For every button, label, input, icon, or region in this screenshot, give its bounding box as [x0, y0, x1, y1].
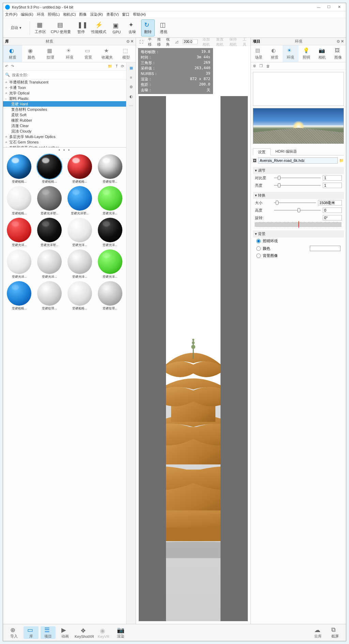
forward-icon[interactable]: ↷ [11, 64, 14, 68]
bottom-xr[interactable]: ❖KeyShotXR [75, 627, 94, 639]
grid-view-icon[interactable]: ▦ [128, 64, 135, 71]
proj-tab[interactable]: ◐材质 [267, 45, 283, 62]
material-swatch[interactable]: 坚硬光泽塑... [35, 218, 64, 247]
subtab-hdri[interactable]: HDRI 编辑器 [271, 148, 302, 155]
lib-tab[interactable]: ▭背景 [79, 45, 98, 62]
material-swatch[interactable]: 坚硬粗糙... [5, 154, 33, 184]
menu-item[interactable]: 查看(V) [106, 12, 119, 17]
material-swatch[interactable]: 坚硬光泽... [96, 218, 124, 247]
tree-item[interactable]: 橡胶 Rubber [3, 118, 126, 123]
material-swatch[interactable]: 坚硬光泽... [96, 186, 124, 216]
bottom-lib[interactable]: ▭库 [24, 626, 39, 639]
ribbon-flip[interactable]: ↻翻转 [141, 19, 155, 36]
bottom-anim[interactable]: ▶动画 [58, 626, 73, 639]
size-slider[interactable] [274, 200, 316, 205]
hdri-file-input[interactable] [258, 157, 338, 164]
material-swatch[interactable]: 坚硬光泽... [5, 218, 33, 247]
tree-item[interactable]: +多层光学 Multi-Layer Optics [3, 134, 126, 139]
tree-item[interactable]: +半透明材质 Translucent [3, 79, 126, 85]
bottom-proj[interactable]: ☰项目 [41, 626, 56, 639]
tree-item[interactable]: +布料和皮革 Cloth and Leather [3, 145, 126, 148]
menu-item[interactable]: 文件(F) [5, 12, 17, 17]
proj-tab[interactable]: ▤场景 [251, 45, 267, 62]
material-swatch[interactable]: 坚硬粗糙... [35, 154, 64, 184]
minimize-button[interactable]: — [314, 4, 323, 10]
lib-tab[interactable]: ☀环境 [60, 45, 79, 62]
material-swatch[interactable]: 坚硬光泽... [35, 249, 64, 279]
lib-tab[interactable]: ★收藏夹 [98, 45, 117, 62]
brightness-input[interactable] [323, 183, 342, 188]
proj-tab[interactable]: 💡照明 [299, 45, 315, 62]
close-button[interactable]: ✕ [334, 4, 344, 10]
menu-item[interactable]: 照明(L) [48, 12, 60, 17]
splitter-handle[interactable]: ● ● ● [3, 148, 126, 152]
bottom-render[interactable]: 📷渲染 [113, 626, 128, 639]
material-swatch[interactable]: 坚硬光泽塑... [66, 186, 94, 216]
list-view-icon[interactable]: ≡ [128, 74, 135, 81]
rotation-input[interactable] [323, 215, 342, 220]
material-swatch[interactable]: 坚硬纹理... [35, 281, 64, 311]
ribbon-persp[interactable]: ◫透视 [157, 19, 170, 36]
fov-input[interactable] [183, 39, 198, 44]
subtab-settings[interactable]: 设置 [253, 148, 271, 155]
tree-item[interactable]: 混浊 Cloudy [3, 128, 126, 134]
add-env-icon[interactable]: ⊕ [253, 64, 256, 68]
environment-preview[interactable] [253, 108, 344, 144]
section-background[interactable]: ▾ 背景 [253, 230, 344, 237]
proj-tab[interactable]: ☀环境 [283, 45, 299, 62]
lib-tab[interactable]: ⬚模型 [117, 45, 136, 62]
import-icon[interactable]: ⤒ [115, 64, 118, 68]
bg-opt-image[interactable]: 背景图像 [253, 252, 344, 259]
environment-list[interactable] [253, 72, 344, 106]
bottom-shot[interactable]: ⧉截屏 [328, 626, 343, 639]
menu-item[interactable]: 图像 [79, 12, 87, 17]
material-swatch[interactable]: 坚硬光泽... [5, 249, 33, 279]
ribbon-pause[interactable]: ❚❚暂停 [74, 19, 88, 36]
section-adjust[interactable]: ▾ 调节 [253, 167, 344, 174]
folder-icon[interactable]: 📁 [108, 64, 112, 68]
material-tree[interactable]: +半透明材质 Translucent+卡通 Toon+光学 Optical-塑料… [3, 79, 126, 148]
pin-icon[interactable]: ⊙ ✕ [337, 39, 344, 44]
contrast-input[interactable] [323, 175, 342, 181]
tree-item[interactable]: 复合材料 Composites [3, 107, 126, 112]
tree-item[interactable]: +卡通 Toon [3, 85, 126, 90]
ribbon-chip[interactable]: ▣GPU [110, 19, 123, 36]
lib-tab[interactable]: ▦纹理 [41, 45, 60, 62]
back-icon[interactable]: ↶ [5, 64, 8, 68]
material-swatch[interactable]: 坚硬粗糙... [66, 281, 94, 311]
pin-icon[interactable]: ⊙ ✕ [126, 39, 134, 44]
material-swatch[interactable]: 坚硬光泽... [66, 218, 94, 247]
more-icon[interactable]: ⋯ [128, 103, 135, 109]
menu-item[interactable]: 相机(C) [63, 12, 76, 17]
bg-opt-env[interactable]: 照明环境 [253, 237, 344, 245]
material-swatch[interactable]: 坚硬粗糙... [5, 281, 33, 311]
proj-tab[interactable]: 🖼图像 [330, 45, 346, 62]
ribbon-bolt[interactable]: ⚡性能模式 [90, 19, 108, 36]
bottom-import[interactable]: ⊕导入 [6, 626, 21, 639]
material-swatch[interactable]: 坚硬纹理... [96, 281, 124, 311]
size-input[interactable] [318, 200, 342, 205]
material-swatch[interactable]: 坚硬光泽塑... [35, 186, 64, 216]
tree-item[interactable]: +宝石 Gem Stones [3, 139, 126, 145]
refresh-icon[interactable]: ⟳ [121, 64, 124, 68]
rotation-ruler[interactable] [255, 222, 342, 227]
menu-item[interactable]: 帮助(H) [133, 12, 146, 17]
startup-dropdown[interactable]: 启动 ▾ [6, 19, 26, 36]
tree-item[interactable]: +光学 Optical [3, 90, 126, 96]
lib-tab[interactable]: ◐材质 [3, 45, 22, 62]
material-swatch[interactable]: 坚硬粗糙... [5, 186, 33, 216]
render-view[interactable] [139, 96, 248, 621]
del-icon[interactable]: 🗑 [266, 64, 270, 68]
menu-item[interactable]: 渲染(R) [90, 12, 103, 17]
maximize-button[interactable]: ☐ [324, 4, 334, 10]
render-stage[interactable] [166, 96, 221, 621]
pagoda-model[interactable] [166, 337, 221, 558]
section-transform[interactable]: ▾ 转换 [253, 192, 344, 199]
bottom-cloud[interactable]: ☁云库 [310, 626, 325, 639]
material-swatch[interactable]: 坚硬纹理... [96, 154, 124, 184]
ribbon-cpu[interactable]: ▤CPU 使用量 [49, 19, 72, 36]
lib-tab[interactable]: ◉颜色 [22, 45, 41, 62]
slider-icon[interactable]: ◐ [128, 93, 135, 100]
material-swatch[interactable]: 坚硬光泽... [96, 249, 124, 279]
menu-item[interactable]: 环境 [37, 12, 44, 17]
